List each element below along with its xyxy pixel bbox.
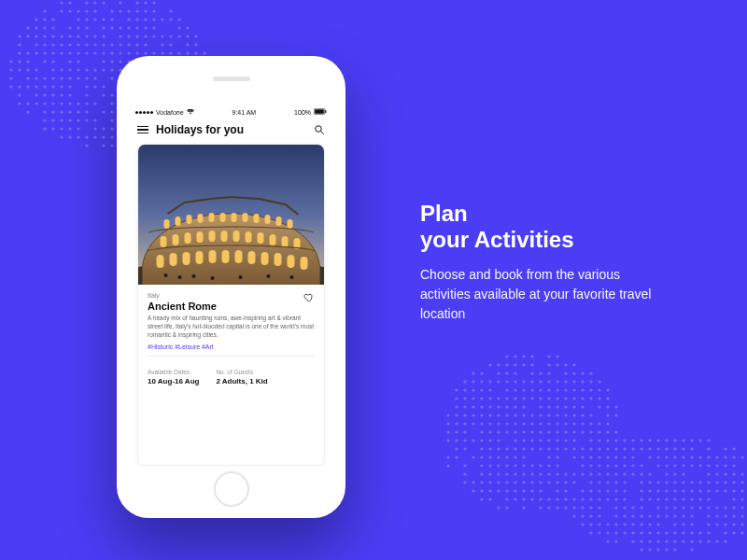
meta-dates-value: 10 Aug-16 Aug <box>148 377 199 385</box>
svg-point-631 <box>640 481 642 483</box>
svg-point-738 <box>665 514 668 517</box>
svg-point-740 <box>682 514 684 517</box>
svg-point-277 <box>102 127 105 130</box>
svg-point-636 <box>682 481 684 483</box>
svg-rect-823 <box>173 234 179 245</box>
svg-point-339 <box>556 380 558 383</box>
svg-point-405 <box>488 413 491 416</box>
svg-point-668 <box>698 489 701 492</box>
svg-point-633 <box>656 481 659 483</box>
svg-point-51 <box>119 26 121 29</box>
svg-point-390 <box>522 405 525 408</box>
svg-point-565 <box>589 464 592 467</box>
svg-point-53 <box>135 26 138 29</box>
svg-point-83 <box>60 43 63 46</box>
svg-point-46 <box>68 26 71 29</box>
svg-point-477 <box>606 439 609 441</box>
svg-point-104 <box>68 51 71 54</box>
svg-point-780 <box>724 531 726 534</box>
svg-point-111 <box>127 51 130 54</box>
search-icon[interactable] <box>314 124 325 135</box>
svg-point-87 <box>93 43 96 46</box>
destination-card[interactable]: Italy Ancient Rome A heady mix of haunti… <box>137 144 325 466</box>
svg-point-594 <box>572 472 575 475</box>
svg-point-666 <box>682 489 684 492</box>
svg-point-444 <box>488 430 491 433</box>
svg-point-441 <box>455 430 458 433</box>
battery-icon <box>314 108 327 116</box>
svg-point-522 <box>455 455 458 458</box>
svg-point-584 <box>488 472 491 475</box>
svg-point-563 <box>556 464 558 467</box>
svg-point-660 <box>623 489 626 492</box>
svg-point-500 <box>547 447 550 450</box>
svg-point-434 <box>564 422 567 425</box>
svg-point-691 <box>640 497 642 500</box>
svg-point-242 <box>43 110 46 113</box>
svg-point-362 <box>606 388 609 391</box>
svg-point-524 <box>480 455 483 458</box>
svg-point-6 <box>68 1 71 4</box>
svg-point-234 <box>110 102 113 105</box>
svg-point-113 <box>144 51 147 54</box>
svg-point-41 <box>177 18 180 21</box>
svg-point-400 <box>446 413 449 416</box>
svg-point-640 <box>715 481 718 483</box>
svg-point-430 <box>530 422 533 425</box>
svg-point-34 <box>110 18 113 21</box>
svg-point-704 <box>522 506 525 509</box>
svg-point-678 <box>522 497 525 500</box>
svg-point-852 <box>290 275 294 279</box>
destination-description: A heady mix of haunting ruins, awe-inspi… <box>148 315 315 339</box>
svg-point-394 <box>564 405 567 408</box>
svg-point-45 <box>51 26 54 29</box>
svg-point-213 <box>102 93 105 96</box>
svg-point-373 <box>539 397 542 399</box>
svg-point-758 <box>682 523 684 525</box>
svg-point-791 <box>682 539 684 542</box>
menu-icon[interactable] <box>137 126 148 134</box>
svg-point-490 <box>455 447 458 450</box>
svg-point-645 <box>480 489 483 492</box>
svg-point-118 <box>186 51 189 54</box>
svg-point-624 <box>564 481 567 483</box>
svg-point-143 <box>35 68 37 71</box>
svg-point-371 <box>522 397 525 399</box>
svg-point-591 <box>547 472 550 475</box>
svg-point-662 <box>648 489 651 492</box>
svg-point-412 <box>547 413 550 416</box>
svg-point-249 <box>110 110 113 113</box>
svg-point-798 <box>648 548 651 551</box>
svg-point-165 <box>35 77 37 79</box>
svg-point-313 <box>556 363 558 366</box>
svg-point-426 <box>497 422 500 425</box>
svg-point-387 <box>497 405 500 408</box>
svg-point-191 <box>60 85 63 88</box>
favorite-button[interactable] <box>303 292 315 305</box>
svg-point-670 <box>715 489 718 492</box>
promo-heading-line1: Plan <box>420 201 468 226</box>
svg-rect-841 <box>248 251 256 264</box>
svg-rect-811 <box>176 217 181 226</box>
svg-point-85 <box>77 43 79 46</box>
svg-point-547 <box>707 455 710 458</box>
svg-point-311 <box>530 363 533 366</box>
svg-point-327 <box>589 371 592 374</box>
destination-hero-image <box>138 145 324 285</box>
svg-point-382 <box>455 405 458 408</box>
destination-tags[interactable]: #Historic #Leisure #Art <box>148 343 315 350</box>
carrier-label: Vodafone <box>156 109 184 116</box>
svg-point-726 <box>732 506 735 509</box>
svg-point-751 <box>614 523 617 525</box>
svg-point-616 <box>497 481 500 483</box>
svg-point-560 <box>530 464 533 467</box>
svg-point-655 <box>581 489 584 492</box>
svg-point-472 <box>556 439 558 441</box>
promo-heading: Plan your Activities <box>420 201 672 252</box>
svg-point-21 <box>119 9 121 12</box>
svg-point-474 <box>572 439 575 441</box>
svg-point-492 <box>480 447 483 450</box>
svg-point-506 <box>598 447 600 450</box>
svg-point-768 <box>614 531 617 534</box>
svg-point-429 <box>522 422 525 425</box>
